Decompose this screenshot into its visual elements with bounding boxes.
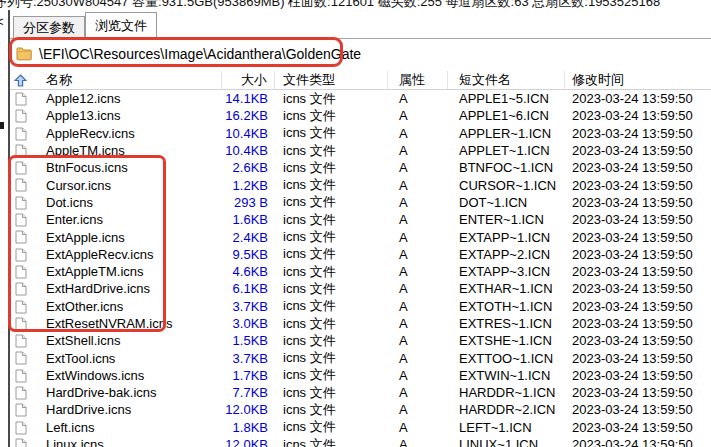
file-name-cell: ExtOther.icns bbox=[10, 298, 222, 315]
file-size-cell: 293 B bbox=[222, 194, 275, 211]
table-row[interactable]: ExtShell.icns 1.5KB icns 文件 A EXTSHE~1.I… bbox=[10, 332, 711, 349]
file-attributes-cell: A bbox=[388, 315, 448, 332]
short-file-name-cell: APPLE1~6.ICN bbox=[448, 107, 565, 124]
modified-time-cell: 2023-03-24 13:59:50 bbox=[565, 194, 711, 211]
file-name-cell: HardDrive-bak.icns bbox=[10, 384, 222, 401]
tab-partition-params[interactable]: 分区参数 bbox=[13, 16, 85, 39]
table-row[interactable]: ExtWindows.icns 1.7KB icns 文件 A EXTWIN~1… bbox=[10, 367, 711, 384]
file-icon bbox=[15, 127, 27, 142]
table-row[interactable]: ExtAppleRecv.icns 9.5KB icns 文件 A EXTAPP… bbox=[10, 246, 711, 263]
table-row[interactable]: ExtHardDrive.icns 6.1KB icns 文件 A EXTHAR… bbox=[10, 280, 711, 297]
file-size-cell: 6.1KB bbox=[222, 280, 275, 297]
short-file-name-cell: HARDDR~2.ICN bbox=[448, 401, 565, 418]
short-file-name-cell: EXTTOO~1.ICN bbox=[448, 349, 565, 366]
column-label: 文件类型 bbox=[283, 71, 335, 89]
file-attributes-cell: A bbox=[388, 349, 448, 366]
file-type-cell: icns 文件 bbox=[275, 159, 388, 176]
file-list: Apple12.icns 14.1KB icns 文件 A APPLE1~5.I… bbox=[10, 90, 711, 447]
file-size-cell: 10.4KB bbox=[222, 125, 275, 142]
file-name-cell: HardDrive.icns bbox=[10, 401, 222, 418]
file-name-cell: ExtWindows.icns bbox=[10, 367, 222, 384]
file-size-cell: 14.1KB bbox=[222, 90, 275, 107]
file-attributes-cell: A bbox=[388, 419, 448, 436]
modified-time-cell: 2023-03-24 13:59:50 bbox=[565, 142, 711, 159]
file-size-cell: 9.5KB bbox=[222, 246, 275, 263]
short-file-name-cell: APPLE1~5.ICN bbox=[448, 90, 565, 107]
file-icon bbox=[15, 178, 27, 193]
short-file-name-cell: APPLET~1.ICN bbox=[448, 142, 565, 159]
modified-time-cell: 2023-03-24 13:59:50 bbox=[565, 176, 711, 193]
file-type-cell: icns 文件 bbox=[275, 315, 388, 332]
table-row[interactable]: ExtOther.icns 3.7KB icns 文件 A EXTOTH~1.I… bbox=[10, 298, 711, 315]
file-size-cell: 1.7KB bbox=[222, 367, 275, 384]
file-size-cell: 7.7KB bbox=[222, 384, 275, 401]
file-type-cell: icns 文件 bbox=[275, 384, 388, 401]
file-name-cell: ExtShell.icns bbox=[10, 332, 222, 349]
file-size-cell: 1.5KB bbox=[222, 332, 275, 349]
file-type-cell: icns 文件 bbox=[275, 419, 388, 436]
modified-time-cell: 2023-03-24 13:59:50 bbox=[565, 384, 711, 401]
column-header-name[interactable]: 名称 bbox=[10, 71, 222, 89]
table-row[interactable]: Linux.icns 12.0KB icns 文件 A LINUX~1.ICN … bbox=[10, 436, 711, 447]
modified-time-cell: 2023-03-24 13:59:50 bbox=[565, 332, 711, 349]
column-label: 修改时间 bbox=[572, 71, 624, 89]
file-name-cell: ExtAppleTM.icns bbox=[10, 263, 222, 280]
file-icon bbox=[15, 438, 27, 447]
table-row[interactable]: BtnFocus.icns 2.6KB icns 文件 A BTNFOC~1.I… bbox=[10, 159, 711, 176]
file-size-cell: 12.0KB bbox=[222, 436, 275, 447]
short-file-name-cell: EXTAPP~2.ICN bbox=[448, 246, 565, 263]
file-icon bbox=[15, 248, 27, 263]
table-row[interactable]: ExtApple.icns 2.4KB icns 文件 A EXTAPP~1.I… bbox=[10, 228, 711, 245]
table-row[interactable]: Dot.icns 293 B icns 文件 A DOT~1.ICN 2023-… bbox=[10, 194, 711, 211]
file-size-cell: 3.0KB bbox=[222, 315, 275, 332]
table-row[interactable]: AppleRecv.icns 10.4KB icns 文件 A APPLER~1… bbox=[10, 125, 711, 142]
column-label: 属性 bbox=[399, 71, 425, 89]
path-bar[interactable]: \EFI\OC\Resources\Image\Acidanthera\Gold… bbox=[10, 40, 711, 67]
file-size-cell: 4.6KB bbox=[222, 263, 275, 280]
file-attributes-cell: A bbox=[388, 367, 448, 384]
column-header-short-name[interactable]: 短文件名 bbox=[448, 71, 565, 89]
file-icon bbox=[15, 300, 27, 315]
table-row[interactable]: Apple13.icns 16.2KB icns 文件 A APPLE1~6.I… bbox=[10, 107, 711, 124]
file-attributes-cell: A bbox=[388, 332, 448, 349]
file-size-cell: 16.2KB bbox=[222, 107, 275, 124]
file-attributes-cell: A bbox=[388, 436, 448, 447]
sort-ascending-arrow-icon bbox=[14, 74, 27, 90]
modified-time-cell: 2023-03-24 13:59:50 bbox=[565, 367, 711, 384]
modified-time-cell: 2023-03-24 13:59:50 bbox=[565, 246, 711, 263]
file-size-cell: 2.4KB bbox=[222, 228, 275, 245]
table-row[interactable]: Apple12.icns 14.1KB icns 文件 A APPLE1~5.I… bbox=[10, 90, 711, 107]
table-row[interactable]: Cursor.icns 1.2KB icns 文件 A CURSOR~1.ICN… bbox=[10, 176, 711, 193]
table-row[interactable]: ExtAppleTM.icns 4.6KB icns 文件 A EXTAPP~3… bbox=[10, 263, 711, 280]
table-row[interactable]: AppleTM.icns 10.4KB icns 文件 A APPLET~1.I… bbox=[10, 142, 711, 159]
column-header-size[interactable]: 大小 bbox=[222, 71, 275, 89]
file-type-cell: icns 文件 bbox=[275, 142, 388, 159]
tab-browse-files[interactable]: 浏览文件 bbox=[85, 12, 157, 39]
table-row[interactable]: HardDrive-bak.icns 7.7KB icns 文件 A HARDD… bbox=[10, 384, 711, 401]
file-name-cell: ExtTool.icns bbox=[10, 349, 222, 366]
column-label: 大小 bbox=[241, 71, 267, 89]
file-attributes-cell: A bbox=[388, 298, 448, 315]
file-attributes-cell: A bbox=[388, 263, 448, 280]
file-size-cell: 1.2KB bbox=[222, 176, 275, 193]
short-file-name-cell: EXTHAR~1.ICN bbox=[448, 280, 565, 297]
short-file-name-cell: LINUX~1.ICN bbox=[448, 436, 565, 447]
tree-branch-glyph: < bbox=[0, 14, 4, 29]
modified-time-cell: 2023-03-24 13:59:50 bbox=[565, 280, 711, 297]
column-header-modified-time[interactable]: 修改时间 bbox=[565, 71, 711, 89]
short-file-name-cell: EXTWIN~1.ICN bbox=[448, 367, 565, 384]
file-type-cell: icns 文件 bbox=[275, 211, 388, 228]
table-row[interactable]: ExtTool.icns 3.7KB icns 文件 A EXTTOO~1.IC… bbox=[10, 349, 711, 366]
file-icon bbox=[15, 351, 27, 366]
table-row[interactable]: Enter.icns 1.6KB icns 文件 A ENTER~1.ICN 2… bbox=[10, 211, 711, 228]
table-row[interactable]: ExtResetNVRAM.icns 3.0KB icns 文件 A EXTRE… bbox=[10, 315, 711, 332]
column-header-attributes[interactable]: 属性 bbox=[388, 71, 448, 89]
table-row[interactable]: Left.icns 1.8KB icns 文件 A LEFT~1.ICN 202… bbox=[10, 419, 711, 436]
file-name-cell: BtnFocus.icns bbox=[10, 159, 222, 176]
file-type-cell: icns 文件 bbox=[275, 107, 388, 124]
modified-time-cell: 2023-03-24 13:59:50 bbox=[565, 349, 711, 366]
tab-bar: 分区参数 浏览文件 bbox=[13, 12, 157, 39]
table-row[interactable]: HardDrive.icns 12.0KB icns 文件 A HARDDR~2… bbox=[10, 401, 711, 418]
column-header-type[interactable]: 文件类型 bbox=[275, 71, 388, 89]
file-attributes-cell: A bbox=[388, 228, 448, 245]
